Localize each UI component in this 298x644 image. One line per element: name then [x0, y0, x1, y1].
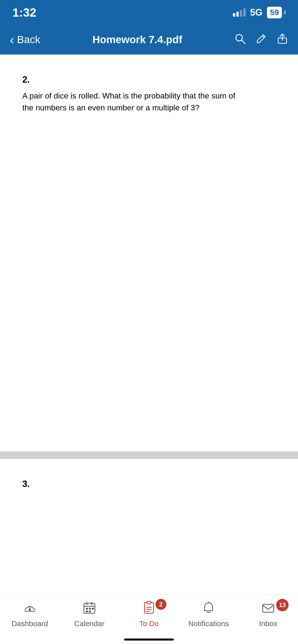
svg-rect-14	[92, 608, 94, 610]
calendar-icon	[83, 601, 96, 617]
svg-rect-24	[263, 604, 274, 612]
tab-notifications[interactable]: Notifications	[186, 601, 231, 628]
network-label: 5G	[250, 7, 263, 18]
tab-dashboard[interactable]: Dashboard	[8, 601, 52, 628]
question-2-number: 2.	[22, 74, 276, 85]
battery-level: 59	[270, 8, 279, 17]
tab-inbox-label: Inbox	[259, 620, 277, 628]
inbox-badge: 13	[276, 599, 288, 611]
todo-badge: 2	[155, 599, 166, 610]
pdf-page-3: 3.	[0, 459, 298, 533]
pdf-page-2: 2. A pair of dice is rolled. What is the…	[0, 54, 298, 452]
battery-tip-icon	[284, 10, 285, 14]
dashboard-icon	[23, 601, 37, 617]
signal-bars-icon	[233, 8, 246, 16]
question-2-text: A pair of dice is rolled. What is the pr…	[22, 90, 246, 114]
notifications-icon	[202, 601, 215, 617]
status-time: 1:32	[13, 6, 36, 19]
svg-rect-16	[89, 610, 91, 612]
nav-icons	[234, 33, 288, 46]
share-icon[interactable]	[277, 33, 288, 46]
page-separator-1	[0, 452, 298, 459]
back-label: Back	[17, 34, 40, 46]
inbox-icon	[261, 601, 275, 617]
svg-rect-18	[147, 601, 151, 604]
todo-icon	[142, 601, 156, 617]
svg-point-6	[29, 609, 31, 611]
tab-notifications-label: Notifications	[188, 620, 229, 628]
annotate-icon[interactable]	[256, 33, 267, 46]
tab-calendar-label: Calendar	[74, 620, 105, 628]
tab-calendar[interactable]: Calendar	[67, 601, 112, 628]
question-3-number: 3.	[22, 479, 276, 489]
svg-line-1	[242, 40, 245, 44]
tab-bar: Dashboard Calendar	[0, 594, 298, 644]
nav-title: Homework 7.4.pdf	[40, 34, 234, 46]
status-right: 5G 59	[233, 7, 285, 18]
back-button[interactable]: ‹ Back	[10, 34, 40, 46]
search-icon[interactable]	[234, 33, 246, 46]
svg-rect-12	[86, 608, 88, 610]
tab-dashboard-label: Dashboard	[12, 620, 48, 628]
tab-todo-label: To Do	[139, 620, 159, 628]
tab-todo[interactable]: 2 To Do	[127, 601, 171, 628]
status-bar: 1:32 5G 59	[0, 0, 298, 25]
back-chevron-icon: ‹	[10, 34, 14, 46]
battery-box: 59	[267, 7, 282, 18]
svg-rect-13	[89, 608, 91, 610]
battery-container: 59	[267, 7, 285, 18]
tab-inbox[interactable]: 13 Inbox	[246, 601, 290, 628]
home-indicator	[124, 638, 174, 640]
nav-bar: ‹ Back Homework 7.4.pdf	[0, 25, 298, 54]
svg-rect-15	[86, 610, 88, 612]
svg-line-2	[262, 36, 264, 38]
